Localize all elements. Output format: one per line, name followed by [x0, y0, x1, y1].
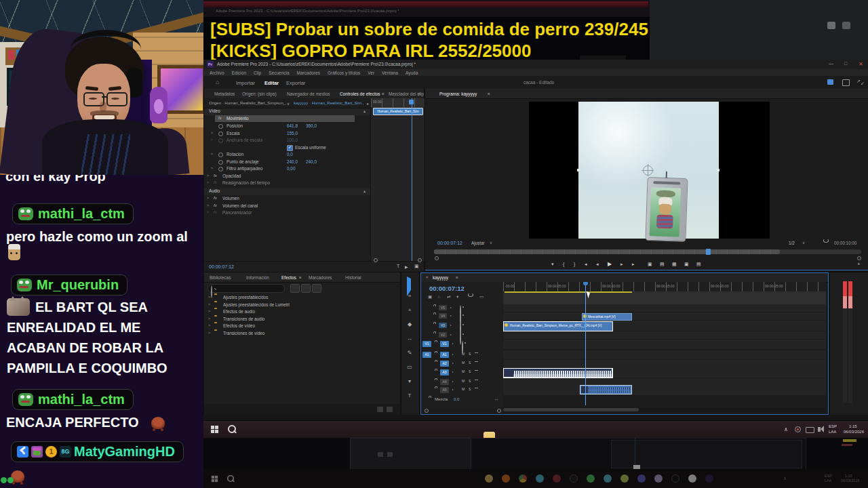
- chat-user-pill[interactable]: 1 8G MatyGamingHD: [11, 441, 184, 462]
- mute-button[interactable]: M: [462, 387, 465, 391]
- tab-marcadores[interactable]: Marcadores: [309, 275, 332, 280]
- track-target[interactable]: V1: [440, 341, 449, 347]
- master-value[interactable]: 0,0: [454, 397, 459, 401]
- filter-accelerated-icon[interactable]: [290, 284, 300, 293]
- chevron-right-icon[interactable]: ▸: [367, 101, 369, 106]
- lane-v1[interactable]: [503, 340, 826, 349]
- folder-label[interactable]: Efectos de audio: [223, 309, 255, 314]
- new-bin-icon[interactable]: [377, 407, 383, 412]
- chat-user-pill[interactable]: Mr_querubin: [11, 274, 127, 296]
- timeline-playhead[interactable]: [585, 282, 586, 405]
- ec-row-anclaje[interactable]: Punto de anclaje 240,0 240,0 ↺: [204, 159, 370, 166]
- tray-network-icon[interactable]: [795, 426, 801, 432]
- program-video-area[interactable]: [529, 102, 770, 239]
- track-header-a1[interactable]: A1 A1 M S: [421, 350, 503, 359]
- tray-volume-icon[interactable]: [818, 427, 821, 432]
- ec-row-posicion[interactable]: Posición 641,8 360,0 ↺: [204, 123, 370, 130]
- disclosure-icon[interactable]: >: [208, 295, 210, 299]
- collapse-icon[interactable]: ▴: [363, 108, 366, 113]
- lane-v4[interactable]: [503, 312, 826, 320]
- disclosure-icon[interactable]: >: [211, 152, 213, 156]
- type-tool-icon[interactable]: T: [397, 264, 399, 268]
- menu-ayuda[interactable]: Ayuda: [406, 70, 418, 75]
- tray-expand-icon[interactable]: ∧: [784, 426, 788, 432]
- program-timecode[interactable]: 00:00:07:12: [437, 241, 462, 245]
- track-header-master[interactable]: Mezcla 0,0 ↔: [421, 396, 503, 404]
- close-button[interactable]: ✕: [859, 61, 863, 67]
- ec-row-volumen[interactable]: > fx Volumen ↺: [204, 196, 370, 203]
- track-header-a5[interactable]: A5 M S: [421, 386, 503, 395]
- tab-metadatos[interactable]: Metadatos: [214, 92, 235, 96]
- value[interactable]: 155,0: [287, 131, 298, 136]
- value[interactable]: 0,00: [287, 166, 295, 171]
- program-scrubber[interactable]: [434, 249, 861, 254]
- chat-username[interactable]: mathi_la_ctm: [38, 206, 125, 222]
- clip-a3-selected[interactable]: [503, 368, 613, 378]
- source-patch[interactable]: V1: [422, 341, 431, 347]
- scrubber-playhead[interactable]: [706, 249, 711, 255]
- lane-a4[interactable]: [503, 378, 826, 386]
- track-header-v5[interactable]: V5: [421, 304, 503, 312]
- linked-selection-icon[interactable]: ⇄: [447, 294, 450, 300]
- solo-button[interactable]: S: [469, 361, 471, 365]
- track-target[interactable]: A3: [440, 369, 449, 375]
- tab-exportar[interactable]: Exportar: [286, 80, 305, 86]
- chat-user-pill[interactable]: mathi_la_ctm: [12, 389, 134, 410]
- folder-row[interactable]: > Efectos de vídeo: [204, 323, 400, 329]
- ec-row-escala-uniforme[interactable]: ✓ Escala uniforme ↺: [204, 145, 370, 152]
- ec-row-filtro[interactable]: > Filtro antiparpadeo 0,00 ↺: [204, 166, 370, 173]
- solo-button[interactable]: S: [469, 379, 471, 383]
- export-frame-icon[interactable]: ▣: [414, 264, 419, 269]
- quick-export-icon[interactable]: [827, 79, 833, 85]
- zoom-handle[interactable]: [418, 258, 422, 262]
- ec-row-opacidad[interactable]: > fx Opacidad ↺: [204, 174, 370, 180]
- folder-row[interactable]: > Transiciones de vídeo: [204, 330, 400, 337]
- ec-timecode[interactable]: 00:00:07:12: [209, 264, 234, 269]
- folder-label[interactable]: Ajustes preestablecidos: [223, 295, 269, 300]
- zoom-handle[interactable]: [425, 409, 429, 413]
- disclosure-icon[interactable]: >: [207, 210, 209, 214]
- folder-row[interactable]: > Ajustes preestablecidos de Lumetri: [204, 302, 400, 308]
- lane-a5[interactable]: [503, 386, 826, 395]
- stopwatch-icon[interactable]: [218, 152, 223, 157]
- tray-language-bottom[interactable]: LAA: [829, 430, 836, 434]
- new-item-icon[interactable]: [387, 407, 393, 412]
- mute-button[interactable]: M: [462, 369, 465, 373]
- settings-icon[interactable]: ▣: [428, 294, 432, 300]
- track-target[interactable]: A1: [440, 352, 449, 358]
- lane-a1[interactable]: [503, 350, 826, 359]
- anchor-point-icon[interactable]: [643, 165, 653, 176]
- filter-32bpc-icon[interactable]: [301, 284, 311, 293]
- go-to-in-icon[interactable]: ◂: [585, 262, 587, 267]
- track-target[interactable]: V3: [439, 323, 447, 328]
- lane-v5[interactable]: [503, 304, 826, 312]
- filter-yuv-icon[interactable]: [312, 284, 321, 293]
- mark-out-icon[interactable]: }: [574, 262, 575, 266]
- folder-row[interactable]: > Efectos de audio: [204, 308, 400, 315]
- panel-menu-icon[interactable]: ≡: [299, 275, 302, 280]
- type-tool[interactable]: T: [402, 392, 417, 399]
- disclosure-icon[interactable]: >: [211, 131, 213, 135]
- folder-row[interactable]: > Ajustes preestablecidos: [204, 294, 400, 301]
- panel-menu-icon[interactable]: ≡: [488, 92, 490, 96]
- folder-label[interactable]: Transiciones de vídeo: [223, 331, 264, 336]
- effects-search-input[interactable]: [208, 284, 285, 293]
- source-patch[interactable]: A1: [422, 352, 431, 358]
- transform-handle[interactable]: [577, 169, 580, 171]
- effect-label[interactable]: Volumen: [222, 196, 239, 201]
- folder-label[interactable]: Ajustes preestablecidos de Lumetri: [223, 302, 290, 307]
- clip-v3-selected[interactable]: Human_Realistic_Bart_Simpson_Meme_pc_RTX…: [503, 321, 613, 331]
- track-target[interactable]: V4: [439, 313, 447, 319]
- clip-v4[interactable]: Meecarbat.mp4 [V]: [582, 313, 632, 321]
- tab-efectos[interactable]: Efectos: [281, 275, 296, 280]
- rectangle-tool[interactable]: ▭: [402, 364, 417, 370]
- ec-row-escala[interactable]: > Escala 155,0 ↺: [204, 131, 370, 138]
- track-target[interactable]: A4: [440, 379, 449, 385]
- tab-origen[interactable]: Origen: (sin clips): [242, 92, 277, 96]
- zoom-handle[interactable]: [374, 258, 378, 262]
- tray-time[interactable]: 1:15: [849, 424, 857, 428]
- add-marker-icon[interactable]: ▾: [551, 262, 554, 267]
- minimize-button[interactable]: —: [829, 61, 833, 66]
- transform-handle[interactable]: [717, 169, 719, 171]
- stopwatch-icon[interactable]: [218, 124, 223, 129]
